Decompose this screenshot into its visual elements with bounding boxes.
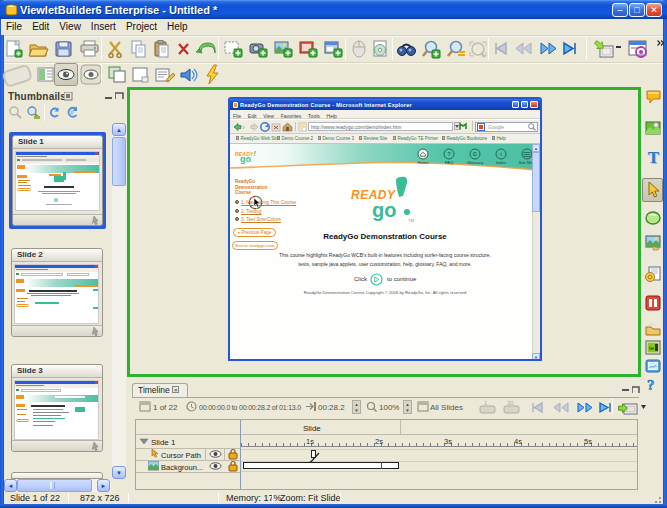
svg-text:?: ? (647, 377, 655, 393)
svg-text:Index: Index (496, 160, 507, 165)
svg-text:te: te (649, 345, 655, 351)
svg-text:?: ? (447, 151, 451, 157)
svg-text:30: 30 (507, 400, 514, 406)
svg-text:1: 1 (484, 400, 488, 406)
svg-text:FAQ: FAQ (445, 160, 454, 165)
svg-text:G: G (473, 151, 477, 157)
svg-text:Glossary: Glossary (467, 160, 484, 165)
svg-text:Home: Home (417, 160, 429, 165)
svg-text:i: i (500, 151, 502, 157)
